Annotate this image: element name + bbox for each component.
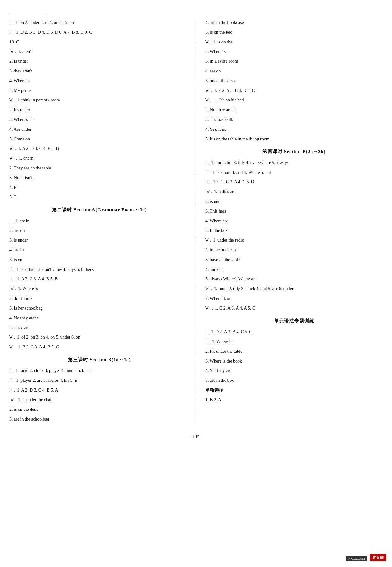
line-l1: Ⅰ．1. on 2. under 3. in 4. under 5. on: [9, 19, 189, 26]
line-l41: 3. are in the schoolbag: [9, 415, 189, 423]
line-r32: Ⅰ．1. D 2. A 3. B 4. C 5. C: [205, 328, 383, 336]
line-l19: 5. T: [9, 193, 189, 201]
line-r34: 2. It's under the table: [205, 348, 383, 355]
page: Ⅰ．1. on 2. under 3. in 4. under 5. onⅡ．1…: [0, 0, 392, 567]
line-l6: 3. they aren't: [9, 67, 189, 75]
page-number: · 145 ·: [9, 435, 383, 440]
line-l12: 4. Are under: [9, 126, 189, 133]
line-r35: 3. Where is the book: [205, 358, 383, 365]
line-l39: Ⅳ．1. is under the chair: [9, 396, 189, 404]
line-r39: 1. B 2. A: [205, 396, 383, 404]
line-r6: 4. are on: [205, 67, 383, 75]
line-r2: 5. is on the bed: [205, 29, 383, 36]
line-l11: 3. Where's It's: [9, 116, 189, 123]
line-r33: Ⅱ．1. Where is: [205, 338, 383, 346]
line-l31: 4. No they aren't: [9, 314, 189, 322]
line-l36: Ⅰ．1. radio 2. clock 3. player 4. model 5…: [9, 367, 189, 375]
line-l8: 5. My pen is: [9, 87, 189, 94]
line-r18: Ⅳ．1. radios are: [205, 188, 383, 196]
line-l10: 2. It's under: [9, 106, 189, 114]
line-l4: Ⅳ．1. aren't: [9, 48, 189, 55]
line-l20: 第二课时 Section A(Grammar Focus～3c): [9, 206, 189, 214]
line-r24: 2. in the bookcase: [205, 246, 383, 254]
line-l5: 2. Is under: [9, 58, 189, 65]
line-r1: 4. are in the bookcase: [205, 19, 383, 26]
line-r26: 4. and our: [205, 266, 383, 273]
line-r27: 5. always Where's Where are: [205, 275, 383, 283]
line-l34: Ⅵ．1. B 2. C 3. A 4. B 5. C: [9, 343, 189, 351]
right-column: 4. are in the bookcase5. is on the bedⅤ．…: [196, 19, 383, 425]
line-l40: 2. is on the desk: [9, 406, 189, 413]
line-r21: 4. Where are: [205, 217, 383, 225]
line-r11: 3. The baseball.: [205, 116, 383, 123]
line-r9: Ⅶ．1. It's on his bed.: [205, 96, 383, 104]
line-r36: 4. Yes they are: [205, 367, 383, 375]
line-l29: 2. don't think: [9, 295, 189, 302]
line-l16: 2. They are on the table.: [9, 164, 189, 172]
line-r4: 2. Where is: [205, 48, 383, 55]
line-r7: 5. under the desk: [205, 77, 383, 85]
line-r17: Ⅲ．1. C 2. C 3. A 4. C 5. D: [205, 178, 383, 186]
line-r10: 2. No, they aren't.: [205, 106, 383, 114]
line-l15: Ⅶ．1. on; in: [9, 155, 189, 162]
line-l30: 3. Is her schoolbag: [9, 305, 189, 312]
line-r23: Ⅴ．1. under the radio: [205, 237, 383, 244]
top-line: [9, 13, 47, 13]
line-l18: 4. F: [9, 184, 189, 192]
line-l13: 5. Come on: [9, 135, 189, 143]
watermark-main: 答案圈: [370, 554, 386, 561]
line-l21: Ⅰ．1. are in: [9, 217, 189, 225]
line-l27: Ⅲ．1. A 2. C 3. A 4. B 5. B: [9, 275, 189, 283]
line-r13: 5. It's on the table in the living room.: [205, 135, 383, 143]
columns: Ⅰ．1. on 2. under 3. in 4. under 5. onⅡ．1…: [9, 19, 383, 425]
line-r30: Ⅶ．1. C 2. A 3. A 4. A 5. C: [205, 305, 383, 312]
line-l3: 10. C: [9, 38, 189, 46]
line-r8: Ⅵ．1. E 2. A 3. B 4. D 5. C: [205, 87, 383, 94]
line-l33: Ⅴ．1. of 2. on 3. on 4. on 5. under 6. on: [9, 334, 189, 341]
line-r37: 5. are in the box: [205, 377, 383, 384]
line-r28: Ⅵ．1. room 2. tidy 3. clock 4. and 5. are…: [205, 285, 383, 293]
watermark-sub: MXQE.COM: [346, 556, 367, 561]
line-r12: 4. Yes, it is.: [205, 126, 383, 133]
line-r14: 第四课时 Section B(2a～3b): [205, 148, 383, 156]
line-r20: 3. This hers: [205, 208, 383, 215]
line-l17: 3. No, it isn't.: [9, 174, 189, 182]
line-r29: 7. Where 8. on: [205, 295, 383, 302]
line-l35: 第三课时 Section B(1a～1e): [9, 356, 189, 364]
line-r19: 2. is under: [205, 198, 383, 205]
line-l24: 4. are in: [9, 246, 189, 254]
line-r15: Ⅰ．1. our 2. but 3. tidy 4. everywhere 5.…: [205, 159, 383, 167]
line-l23: 3. is under: [9, 237, 189, 244]
line-l14: Ⅵ．1. A 2. D 3. C 4. E 5. B: [9, 145, 189, 152]
line-r25: 3. have on the table: [205, 256, 383, 264]
line-l2: Ⅱ．1. D 2. B 3. D 4. D 5. D 6. A 7. B 8. …: [9, 29, 189, 36]
line-r16: Ⅱ．1. is 2. our 3. and 4. Where 5. but: [205, 169, 383, 176]
line-l32: 5. They are: [9, 324, 189, 331]
line-l7: 4. Where is: [9, 77, 189, 85]
line-l37: Ⅱ．1. player 2. are 3. radios 4. his 5. i…: [9, 377, 189, 384]
line-l28: Ⅳ．1. Where is: [9, 285, 189, 293]
line-r22: 5. In the box: [205, 227, 383, 234]
line-l26: Ⅱ．1. is 2. their 3. don't know 4. keys 5…: [9, 266, 189, 273]
line-l25: 5. is on: [9, 256, 189, 264]
line-r31: 单元语法专题训练: [205, 317, 383, 325]
line-r5: 3. in David's room: [205, 58, 383, 65]
line-r38: 单项选择: [205, 387, 383, 394]
line-l22: 2. are on: [9, 227, 189, 234]
left-column: Ⅰ．1. on 2. under 3. in 4. under 5. onⅡ．1…: [9, 19, 196, 425]
line-l38: Ⅲ．1. A 2. D 3. C 4. B 5. A: [9, 387, 189, 394]
line-l9: Ⅴ．1. think in parents' room: [9, 96, 189, 104]
line-r3: Ⅴ．1. is on the: [205, 38, 383, 46]
